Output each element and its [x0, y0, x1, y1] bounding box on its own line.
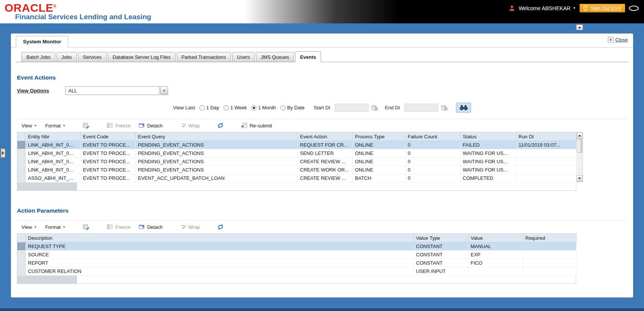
cell-event-code: EVENT TO PROCE... — [81, 149, 136, 158]
col-event-query[interactable]: Event Query — [136, 132, 298, 141]
col-process-type[interactable]: Process Type — [353, 132, 405, 141]
table-row[interactable]: LINK_ABHI_INT_0... EVENT TO PROCE... PEN… — [17, 158, 577, 166]
tab-services[interactable]: Services — [78, 52, 107, 62]
radio-by-date[interactable]: By Date — [280, 105, 304, 110]
table-row[interactable]: CUSTOMER RELATION USER INPUT — [17, 267, 577, 276]
view-last-label: View Last — [173, 105, 195, 110]
row-selector[interactable] — [17, 158, 26, 166]
row-selector[interactable] — [17, 251, 26, 259]
col-entity-nbr[interactable]: Entity Nbr — [26, 132, 81, 141]
detach-button[interactable]: Detach — [136, 223, 165, 231]
panel-header: System Monitor ✕ Close — [11, 34, 633, 47]
format-menu-button[interactable]: Format▼ — [43, 224, 68, 231]
left-panel-expander[interactable] — [1, 149, 5, 158]
tab-jms-queues[interactable]: JMS Queues — [256, 52, 294, 62]
cell-event-query: PENDING_EVENT_ACTIONS — [136, 141, 298, 149]
table-row[interactable]: LINK_ABHI_INT_0... EVENT TO PROCE... PEN… — [17, 149, 577, 158]
tab-events[interactable]: Events — [295, 51, 321, 62]
welcome-user-menu[interactable]: Welcome ABSHEKAR ▼ — [519, 5, 575, 11]
col-value[interactable]: Value — [468, 234, 523, 242]
wrap-button[interactable]: Wrap — [178, 223, 202, 231]
row-selector[interactable] — [17, 166, 26, 174]
cell-status: FAILED — [460, 141, 516, 149]
chevron-down-icon: ▼ — [63, 124, 66, 127]
tab-jobs[interactable]: Jobs — [57, 52, 76, 62]
binoculars-icon — [459, 105, 468, 110]
start-dt-calendar-button[interactable] — [372, 105, 378, 111]
search-button[interactable] — [456, 103, 471, 113]
header-actions: Welcome ABSHEKAR ▼ Sign Out [QA] — [509, 0, 644, 12]
app-header: ORACLE® Financial Services Lending and L… — [0, 0, 644, 23]
view-menu-label: View — [21, 123, 32, 129]
col-status[interactable]: Status — [460, 132, 516, 141]
wrap-button[interactable]: Wrap — [178, 122, 202, 129]
arrow-up-icon — [578, 26, 581, 28]
col-description[interactable]: Description — [26, 234, 414, 242]
scrollbar-thumb[interactable] — [577, 139, 582, 153]
table-row[interactable]: ASSO_ABHI_INT_... EVENT TO PROCE... EVEN… — [17, 174, 577, 182]
row-selector[interactable] — [17, 267, 26, 276]
row-selector[interactable] — [17, 149, 26, 158]
cell-description: REQUEST TYPE — [26, 242, 414, 251]
view-menu-button[interactable]: View▼ — [19, 122, 39, 129]
cell-failure-count: 0 — [405, 166, 460, 174]
format-menu-button[interactable]: Format▼ — [43, 122, 68, 129]
table-row[interactable]: LINK_ABHI_INT_0... EVENT TO PROCE... PEN… — [17, 141, 577, 149]
refresh-button[interactable] — [215, 121, 226, 130]
brand: ORACLE® Financial Services Lending and L… — [0, 0, 151, 21]
col-event-code[interactable]: Event Code — [81, 132, 136, 141]
table-row[interactable]: REQUEST TYPE CONSTANT MANUAL — [17, 242, 577, 251]
row-selector[interactable] — [17, 259, 26, 267]
freeze-button[interactable]: Freeze — [105, 223, 133, 231]
refresh-button[interactable] — [215, 223, 226, 231]
row-selector[interactable] — [17, 174, 26, 182]
combo-dropdown-button[interactable]: ▼ — [160, 86, 168, 95]
col-failure-count[interactable]: Failure Count — [405, 132, 460, 141]
cell-failure-count: 0 — [405, 149, 460, 158]
col-value-type[interactable]: Value Type — [414, 234, 468, 242]
window-title-tab[interactable]: System Monitor — [16, 36, 68, 47]
tab-database-server-log-files[interactable]: Database Server Log Files — [108, 52, 176, 62]
export-button[interactable] — [81, 223, 92, 231]
scrollbar-up-button[interactable] — [577, 132, 583, 139]
start-dt-input[interactable] — [335, 104, 369, 112]
col-run-dt[interactable]: Run Dt — [516, 132, 577, 141]
close-button[interactable]: ✕ Close — [608, 37, 628, 43]
tab-parked-transactions[interactable]: Parked Transactions — [177, 52, 231, 62]
table-row[interactable]: REPORT CONSTANT FICO — [17, 259, 577, 267]
row-selector[interactable] — [17, 242, 26, 251]
cell-description: CUSTOMER RELATION — [26, 267, 414, 276]
tab-batch-jobs[interactable]: Batch Jobs — [21, 52, 55, 62]
radio-1-day[interactable]: 1 Day — [199, 105, 219, 110]
view-options-combobox[interactable]: ALL ▼ — [65, 86, 168, 95]
detach-button[interactable]: Detach — [136, 122, 165, 129]
radio-1-month[interactable]: 1 Month — [251, 105, 276, 110]
event-actions-table: Entity Nbr Event Code Event Query Event … — [17, 132, 577, 182]
resubmit-label: Re-submit — [249, 123, 272, 129]
row-selector[interactable] — [17, 141, 26, 149]
grid-empty-area — [17, 276, 576, 284]
end-dt-input[interactable] — [404, 104, 438, 112]
sign-out-button[interactable]: Sign Out [QA] — [580, 4, 625, 12]
cell-value-type: CONSTANT — [414, 242, 468, 251]
radio-1-week[interactable]: 1 Week — [223, 105, 247, 110]
export-button[interactable] — [81, 122, 92, 129]
col-event-action[interactable]: Event Action — [298, 132, 353, 141]
resubmit-button[interactable]: Re-submit — [239, 122, 274, 129]
col-required[interactable]: Required — [523, 234, 577, 242]
header-row: Entity Nbr Event Code Event Query Event … — [17, 132, 577, 141]
scrollbar-down-button[interactable] — [577, 175, 583, 182]
freeze-button[interactable]: Freeze — [105, 122, 133, 129]
radio-label: 1 Week — [230, 105, 247, 110]
table-row[interactable]: SOURCE CONSTANT EXP — [17, 251, 577, 259]
cell-process-type: ONLINE — [353, 149, 405, 158]
view-menu-button[interactable]: View▼ — [19, 224, 39, 231]
table-row[interactable]: LINK_ABHI_INT_0... EVENT TO PROCE... PEN… — [17, 166, 577, 174]
page-scroll-up-button[interactable] — [576, 25, 583, 30]
scrollbar-track[interactable] — [577, 139, 583, 175]
tab-users[interactable]: Users — [232, 52, 255, 62]
end-dt-calendar-button[interactable] — [441, 105, 448, 111]
cell-entity-nbr: LINK_ABHI_INT_0... — [26, 141, 81, 149]
cell-event-action: REQUEST FOR CR... — [298, 141, 353, 149]
event-actions-scrollbar[interactable] — [577, 132, 583, 182]
